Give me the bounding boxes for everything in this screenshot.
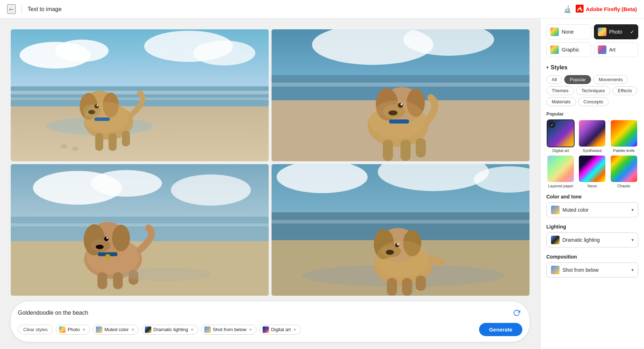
style-filter-row: All Popular Movements Themes Techniques … — [546, 75, 638, 106]
filter-effects[interactable]: Effects — [613, 86, 638, 95]
prompt-input[interactable] — [18, 310, 507, 316]
style-layered-paper[interactable]: Layered paper — [546, 156, 575, 188]
image-cell-2[interactable] — [272, 29, 530, 161]
image-area: Clear styles Photo × Muted color × Drama… — [0, 19, 540, 349]
composition-select[interactable]: Shot from below ▾ — [546, 262, 638, 277]
filter-materials[interactable]: Materials — [546, 97, 576, 106]
svg-point-86 — [376, 240, 428, 277]
style-palette-knife[interactable]: Palette knife — [610, 120, 638, 153]
style-layered-paper-label: Layered paper — [548, 184, 574, 188]
styles-header[interactable]: ▾ Styles — [546, 64, 638, 71]
filter-all[interactable]: All — [546, 75, 562, 84]
style-synthwave-thumb — [579, 120, 605, 147]
content-type-art[interactable]: Art — [594, 42, 639, 57]
svg-rect-50 — [11, 223, 269, 226]
tag-digital[interactable]: Digital art × — [259, 325, 301, 335]
content-type-none-label: None — [562, 29, 574, 35]
svg-point-58 — [96, 245, 103, 249]
svg-rect-44 — [389, 119, 409, 123]
style-neon[interactable]: Neon — [578, 156, 606, 188]
main-content: Clear styles Photo × Muted color × Drama… — [0, 19, 644, 349]
filter-concepts[interactable]: Concepts — [578, 97, 609, 106]
content-type-graphic[interactable]: Graphic — [546, 42, 591, 57]
tag-photo-label: Photo — [68, 327, 80, 332]
notification-icon[interactable]: 🔬 — [564, 5, 571, 13]
clear-styles-button[interactable]: Clear styles — [18, 325, 53, 334]
filter-movements[interactable]: Movements — [593, 75, 628, 84]
composition-icon — [551, 266, 560, 274]
tag-shot-close[interactable]: × — [249, 327, 252, 332]
adobe-logo: Adobe Firefly (Beta) — [576, 5, 637, 14]
adobe-logo-text — [576, 5, 584, 14]
tag-dramatic[interactable]: Dramatic lighting × — [142, 325, 198, 335]
filter-themes[interactable]: Themes — [546, 86, 574, 95]
prompt-tags-row: Clear styles Photo × Muted color × Drama… — [18, 323, 522, 336]
back-button[interactable]: ← — [7, 4, 16, 14]
style-synthwave[interactable]: Synthwave — [578, 120, 606, 153]
style-neon-label: Neon — [587, 184, 597, 188]
svg-point-66 — [122, 267, 211, 281]
svg-rect-9 — [11, 106, 269, 161]
styles-chevron: ▾ — [546, 65, 548, 70]
tag-photo-close[interactable]: × — [83, 327, 85, 332]
tag-digital-label: Digital art — [271, 327, 291, 332]
content-type-photo[interactable]: Photo ✓ — [594, 24, 639, 39]
style-digital-art[interactable]: ✓ Digital art — [546, 120, 575, 153]
color-tone-label: Color and tone — [546, 194, 638, 200]
color-tone-value: Muted color — [562, 207, 629, 213]
style-digital-art-thumb: ✓ — [547, 120, 574, 147]
content-type-photo-icon — [598, 28, 606, 36]
styles-label: Styles — [551, 64, 567, 71]
content-type-none[interactable]: None — [546, 24, 591, 39]
style-grid: ✓ Digital art Synthwave Palette knife — [546, 120, 638, 188]
svg-rect-20 — [108, 133, 116, 151]
style-neon-thumb — [579, 156, 605, 182]
tag-shot-label: Shot from below — [213, 327, 247, 332]
topbar-right: 🔬 Adobe Firefly (Beta) — [564, 5, 637, 14]
lighting-chevron: ▾ — [631, 237, 634, 242]
composition-section: Composition Shot from below ▾ — [546, 254, 638, 277]
tag-photo[interactable]: Photo × — [56, 325, 90, 335]
composition-chevron: ▾ — [631, 267, 634, 272]
svg-point-48 — [171, 174, 251, 205]
style-synthwave-label: Synthwave — [583, 148, 602, 153]
color-tone-select[interactable]: Muted color ▾ — [546, 202, 638, 217]
tag-shot[interactable]: Shot from below × — [201, 325, 257, 335]
content-type-graphic-label: Graphic — [562, 47, 579, 53]
svg-rect-21 — [122, 131, 130, 147]
filter-techniques[interactable]: Techniques — [576, 86, 610, 95]
tag-photo-icon — [59, 326, 65, 333]
svg-rect-40 — [383, 140, 393, 161]
svg-point-25 — [72, 146, 79, 151]
content-type-none-icon — [550, 28, 559, 36]
prompt-input-row — [18, 307, 522, 319]
lighting-select[interactable]: Dramatic lighting ▾ — [546, 232, 638, 247]
svg-point-56 — [112, 225, 130, 251]
color-tone-icon — [551, 206, 560, 214]
tag-shot-icon — [204, 326, 211, 333]
tag-dramatic-close[interactable]: × — [191, 327, 194, 332]
content-type-photo-label: Photo — [609, 29, 623, 35]
tag-muted[interactable]: Muted color × — [93, 325, 139, 335]
svg-rect-72 — [272, 220, 530, 223]
lighting-icon — [551, 236, 560, 244]
svg-point-3 — [55, 40, 108, 62]
color-tone-section: Color and tone Muted color ▾ — [546, 194, 638, 217]
filter-popular[interactable]: Popular — [564, 75, 591, 84]
style-digital-art-check: ✓ — [549, 122, 555, 128]
svg-rect-23 — [94, 117, 110, 121]
generate-button[interactable]: Generate — [479, 323, 522, 336]
svg-rect-49 — [11, 216, 269, 243]
style-chaotic[interactable]: Chaotic — [610, 156, 638, 188]
tag-muted-close[interactable]: × — [132, 327, 134, 332]
image-cell-3[interactable] — [11, 164, 269, 296]
svg-rect-42 — [416, 138, 426, 157]
svg-rect-83 — [387, 278, 397, 295]
image-cell-4[interactable] — [272, 164, 530, 296]
tag-digital-close[interactable]: × — [294, 327, 296, 332]
image-cell-1[interactable] — [11, 29, 269, 161]
adobe-firefly-label: Adobe Firefly (Beta) — [586, 6, 637, 12]
image-grid — [11, 29, 530, 296]
refresh-button[interactable] — [511, 307, 522, 319]
svg-rect-85 — [416, 275, 426, 290]
